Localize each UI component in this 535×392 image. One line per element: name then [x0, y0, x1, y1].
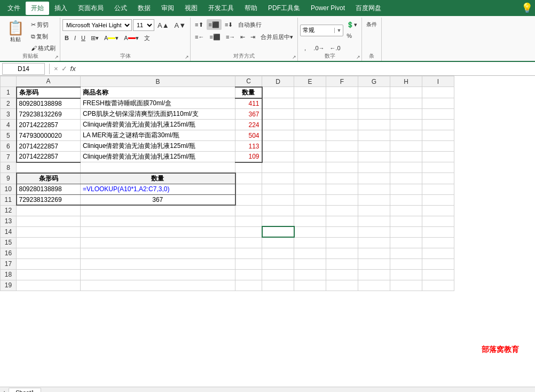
cell-6-B[interactable]: Clinique倩碧黄油无油黄油乳液125ml/瓶	[81, 141, 235, 152]
font-size-select[interactable]: 11	[133, 19, 154, 31]
cancel-formula-button[interactable]: ×	[54, 65, 58, 73]
cell-8-I[interactable]	[422, 162, 454, 173]
row-header-13[interactable]: 13	[1, 216, 17, 226]
cell-11-A[interactable]: 729238132269	[17, 194, 81, 205]
paste-button[interactable]: 📋 粘贴	[3, 19, 28, 53]
cell-12-I[interactable]	[422, 205, 454, 216]
cell-14-I[interactable]	[422, 226, 454, 237]
cell-6-E[interactable]	[294, 141, 326, 152]
cell-5-F[interactable]	[326, 130, 358, 141]
menu-dev-tools[interactable]: 开发工具	[203, 2, 239, 15]
cell-6-F[interactable]	[326, 141, 358, 152]
cell-9-C[interactable]	[235, 173, 262, 184]
cell-12-F[interactable]	[326, 205, 358, 216]
font-extra-button[interactable]: 文	[142, 33, 152, 43]
cell-7-H[interactable]	[390, 152, 422, 162]
cell-4-E[interactable]	[294, 120, 326, 130]
decrease-decimal-button[interactable]: ←.0	[328, 43, 343, 53]
decrease-font-button[interactable]: A▼	[172, 20, 188, 30]
cell-19-D[interactable]	[262, 280, 294, 291]
cell-11-C[interactable]	[235, 194, 262, 205]
cell-16-I[interactable]	[422, 248, 454, 258]
increase-font-button[interactable]: A▲	[155, 20, 171, 30]
cell-4-I[interactable]	[422, 120, 454, 130]
menu-data[interactable]: 数据	[132, 2, 156, 15]
cell-9-H[interactable]	[390, 173, 422, 184]
align-left-button[interactable]: ≡←	[193, 32, 206, 42]
cell-10-C[interactable]	[235, 184, 262, 194]
cell-10-F[interactable]	[326, 184, 358, 194]
format-painter-button[interactable]: 🖌 格式刷	[29, 43, 58, 53]
row-header-3[interactable]: 3	[1, 109, 17, 120]
menu-page-layout[interactable]: 页面布局	[73, 2, 109, 15]
cell-12-A[interactable]	[17, 205, 81, 216]
cell-9-I[interactable]	[422, 173, 454, 184]
cell-17-D[interactable]	[262, 258, 294, 269]
cell-15-I[interactable]	[422, 237, 454, 248]
clipboard-expand-icon[interactable]: ↗	[54, 54, 59, 60]
cell-11-H[interactable]	[390, 194, 422, 205]
cell-17-I[interactable]	[422, 258, 454, 269]
cell-3-H[interactable]	[390, 109, 422, 120]
cell-11-G[interactable]	[358, 194, 390, 205]
cell-4-H[interactable]	[390, 120, 422, 130]
menu-view[interactable]: 视图	[179, 2, 203, 15]
cell-3-B[interactable]: CPB肌肤之钥保湿清爽型洗面奶110ml/支	[81, 109, 235, 120]
cell-4-C[interactable]: 224	[235, 120, 262, 130]
cell-1-B[interactable]: 商品名称	[81, 87, 235, 98]
comma-button[interactable]: ，	[300, 43, 310, 53]
row-header-8[interactable]: 8	[1, 162, 17, 173]
cell-13-C[interactable]	[235, 216, 262, 226]
cell-2-F[interactable]	[326, 98, 358, 109]
cell-3-F[interactable]	[326, 109, 358, 120]
cell-2-E[interactable]	[294, 98, 326, 109]
cell-9-E[interactable]	[294, 173, 326, 184]
cell-18-I[interactable]	[422, 269, 454, 280]
cell-15-A[interactable]	[17, 237, 81, 248]
cell-16-F[interactable]	[326, 248, 358, 258]
row-header-11[interactable]: 11	[1, 194, 17, 205]
cell-14-E[interactable]	[294, 226, 326, 237]
cell-19-I[interactable]	[422, 280, 454, 291]
formula-input[interactable]	[78, 63, 533, 75]
cell-19-H[interactable]	[390, 280, 422, 291]
cell-9-A[interactable]: 条形码	[17, 173, 81, 184]
cell-16-B[interactable]	[81, 248, 235, 258]
cell-13-D[interactable]	[262, 216, 294, 226]
cell-4-A[interactable]: 20714222857	[17, 120, 81, 130]
cell-12-B[interactable]	[81, 205, 235, 216]
menu-formula[interactable]: 公式	[109, 2, 132, 15]
cell-13-E[interactable]	[294, 216, 326, 226]
cell-10-B[interactable]: =VLOOKUP(A10*1,A2:C7,3,0)	[81, 184, 235, 194]
cell-11-B[interactable]: 367	[81, 194, 235, 205]
cell-19-A[interactable]	[17, 280, 81, 291]
col-header-E[interactable]: E	[294, 76, 326, 87]
cell-13-B[interactable]	[81, 216, 235, 226]
cell-5-H[interactable]	[390, 130, 422, 141]
menu-home[interactable]: 开始	[26, 2, 49, 15]
cell-17-C[interactable]	[235, 258, 262, 269]
cell-13-F[interactable]	[326, 216, 358, 226]
col-header-F[interactable]: F	[326, 76, 358, 87]
cell-16-D[interactable]	[262, 248, 294, 258]
italic-button[interactable]: I	[72, 33, 78, 43]
cell-14-D[interactable]	[262, 226, 294, 237]
align-top-right-button[interactable]: ≡⬇	[223, 19, 235, 30]
cell-11-F[interactable]	[326, 194, 358, 205]
cell-15-C[interactable]	[235, 237, 262, 248]
cell-14-F[interactable]	[326, 226, 358, 237]
cell-15-F[interactable]	[326, 237, 358, 248]
menu-help[interactable]: 帮助	[239, 2, 263, 15]
col-header-G[interactable]: G	[358, 76, 390, 87]
col-header-H[interactable]: H	[390, 76, 422, 87]
currency-button[interactable]: 💲▾	[344, 19, 359, 30]
menu-power-pivot[interactable]: Power Pivot	[305, 2, 350, 14]
cell-17-F[interactable]	[326, 258, 358, 269]
cell-17-G[interactable]	[358, 258, 390, 269]
cell-10-A[interactable]: 809280138898	[17, 184, 81, 194]
underline-button[interactable]: U	[79, 33, 88, 43]
menu-insert[interactable]: 插入	[49, 2, 73, 15]
cell-16-G[interactable]	[358, 248, 390, 258]
col-header-A[interactable]: A	[17, 76, 81, 87]
cell-11-E[interactable]	[294, 194, 326, 205]
